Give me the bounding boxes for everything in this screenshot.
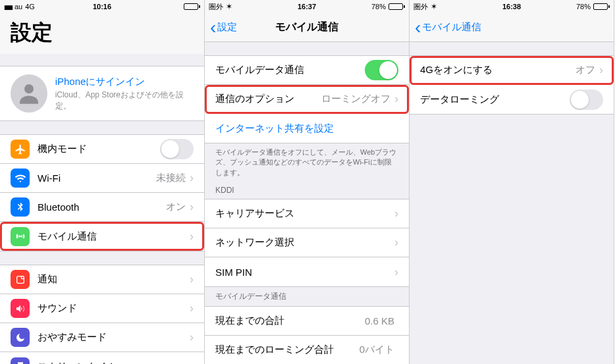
screentime-row[interactable]: スクリーンタイム › bbox=[0, 352, 204, 364]
simpin-row[interactable]: SIM PIN › bbox=[205, 257, 409, 286]
chevron-right-icon: › bbox=[394, 236, 398, 249]
status-time: 16:38 bbox=[502, 3, 521, 11]
chevron-right-icon: › bbox=[190, 273, 194, 286]
hourglass-icon bbox=[11, 357, 30, 365]
battery-percent: 78% bbox=[371, 3, 386, 11]
airplane-row[interactable]: 機内モード bbox=[0, 135, 204, 164]
battery-percent: 78% bbox=[576, 3, 591, 11]
data-options-row[interactable]: 通信のオプション ローミングオフ › bbox=[205, 85, 409, 114]
nav-title: モバイル通信 bbox=[275, 20, 338, 34]
chevron-right-icon: › bbox=[394, 265, 398, 279]
settings-screen: au 4G 10:16 設定 iPhoneにサインイン iCloud、App S… bbox=[0, 0, 205, 364]
mobile-data-toggle[interactable] bbox=[365, 60, 398, 80]
roaming-usage-row: 現在までのローミング合計 0バイト bbox=[205, 336, 409, 364]
status-time: 10:16 bbox=[93, 3, 111, 11]
bluetooth-row[interactable]: Bluetooth オン › bbox=[0, 193, 204, 222]
page-title: 設定 bbox=[0, 13, 204, 54]
carrier-label: au bbox=[14, 3, 22, 11]
chevron-right-icon: › bbox=[190, 360, 194, 365]
back-button[interactable]: モバイル通信 bbox=[415, 18, 481, 37]
data-options-screen: 圏外 16:38 78% モバイル通信 4Gをオンにする オフ › データローミ… bbox=[410, 0, 614, 364]
svg-point-2 bbox=[21, 276, 24, 278]
wifi-icon bbox=[11, 169, 30, 188]
data-roaming-row[interactable]: データローミング bbox=[410, 85, 614, 114]
status-bar: 圏外 16:38 78% bbox=[410, 0, 614, 13]
chevron-right-icon: › bbox=[190, 230, 194, 244]
status-time: 16:37 bbox=[298, 3, 316, 11]
signin-row[interactable]: iPhoneにサインイン iCloud、App Storeおよびその他を設定。 bbox=[0, 66, 204, 121]
airplane-toggle[interactable] bbox=[160, 139, 194, 159]
hotspot-row[interactable]: インターネット共有を設定 bbox=[205, 114, 409, 143]
airplane-icon bbox=[11, 140, 30, 159]
mdata-header: モバイルデータ通信 bbox=[205, 287, 409, 306]
chevron-right-icon: › bbox=[394, 207, 398, 221]
battery-icon bbox=[593, 3, 610, 10]
wifi-status-icon bbox=[431, 2, 437, 11]
dnd-row[interactable]: おやすみモード › bbox=[0, 323, 204, 352]
moon-icon bbox=[11, 328, 30, 347]
sound-icon bbox=[11, 299, 30, 318]
status-bar: 圏外 16:37 78% bbox=[205, 0, 409, 13]
chevron-right-icon: › bbox=[190, 301, 194, 315]
status-bar: au 4G 10:16 bbox=[0, 0, 204, 13]
cellular-icon bbox=[11, 227, 30, 246]
kddi-header: KDDI bbox=[205, 182, 409, 199]
svg-point-0 bbox=[24, 84, 34, 93]
chevron-right-icon: › bbox=[394, 92, 398, 106]
network-select-row[interactable]: ネットワーク選択 › bbox=[205, 228, 409, 257]
signal-icon bbox=[4, 3, 12, 11]
wifi-row[interactable]: Wi-Fi 未接続 › bbox=[0, 164, 204, 193]
battery-icon bbox=[388, 3, 405, 10]
mobile-data-row[interactable]: モバイルデータ通信 bbox=[205, 56, 409, 85]
avatar-icon bbox=[11, 74, 47, 113]
signin-sub: iCloud、App Storeおよびその他を設定。 bbox=[55, 90, 194, 112]
nav-bar: 設定 モバイル通信 bbox=[205, 13, 409, 42]
network-label: 4G bbox=[25, 3, 35, 11]
notifications-icon bbox=[11, 270, 30, 289]
data-footer: モバイルデータ通信をオフにして、メール、Webブラウズ、プッシュ通知などのすべて… bbox=[205, 143, 409, 182]
chevron-right-icon: › bbox=[190, 330, 194, 344]
battery-icon bbox=[184, 3, 200, 10]
cellular-screen: 圏外 16:37 78% 設定 モバイル通信 モバイルデータ通信 通信のオプショ… bbox=[205, 0, 410, 364]
bluetooth-icon bbox=[11, 197, 30, 217]
cellular-row[interactable]: モバイル通信 › bbox=[0, 222, 204, 251]
nav-bar: モバイル通信 bbox=[410, 13, 614, 42]
notifications-row[interactable]: 通知 › bbox=[0, 265, 204, 294]
sound-row[interactable]: サウンド › bbox=[0, 294, 204, 323]
roaming-toggle[interactable] bbox=[570, 90, 603, 110]
chevron-right-icon: › bbox=[190, 171, 194, 185]
signin-label: iPhoneにサインイン bbox=[55, 76, 194, 88]
back-button[interactable]: 設定 bbox=[210, 18, 237, 37]
chevron-right-icon: › bbox=[190, 200, 194, 214]
enable-4g-row[interactable]: 4Gをオンにする オフ › bbox=[410, 56, 614, 85]
carrier-label: 圏外 bbox=[414, 2, 428, 12]
carrier-label: 圏外 bbox=[209, 2, 223, 12]
total-usage-row: 現在までの合計 0.6 KB bbox=[205, 307, 409, 336]
wifi-status-icon bbox=[226, 2, 232, 11]
carrier-services-row[interactable]: キャリアサービス › bbox=[205, 199, 409, 228]
chevron-right-icon: › bbox=[599, 63, 603, 77]
